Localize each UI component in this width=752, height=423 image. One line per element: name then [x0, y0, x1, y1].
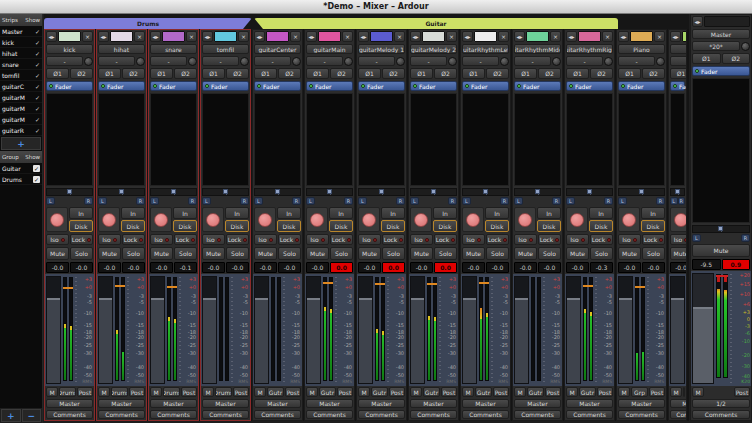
- peak-display[interactable]: -0.1: [174, 262, 197, 273]
- gain-display[interactable]: -0.0: [462, 262, 485, 273]
- group-button[interactable]: Drums: [59, 387, 76, 397]
- monitor-input-button[interactable]: In: [277, 207, 301, 219]
- hide-strip-button[interactable]: ×: [82, 31, 93, 42]
- group-tab-guitar[interactable]: Guitar: [254, 18, 618, 29]
- phase-invert-1-button[interactable]: Ø1: [46, 68, 69, 79]
- pan-left-button[interactable]: L: [46, 197, 55, 205]
- processor-box[interactable]: [514, 93, 561, 186]
- fader-processor-entry[interactable]: Fader: [670, 81, 685, 91]
- comments-button[interactable]: Comments: [306, 410, 353, 419]
- strip-show-check[interactable]: ✓: [35, 116, 40, 123]
- processor-box[interactable]: [692, 78, 750, 223]
- pan-handle[interactable]: [275, 189, 280, 194]
- pan-track[interactable]: [306, 188, 353, 196]
- strip-show-check[interactable]: ✓: [35, 94, 40, 101]
- track-color-chip[interactable]: [474, 31, 497, 42]
- processor-box[interactable]: [618, 93, 665, 186]
- pan-right-button[interactable]: R: [448, 197, 457, 205]
- mute-button[interactable]: Mute: [566, 247, 589, 260]
- solo-lock-button[interactable]: Lock: [538, 234, 561, 245]
- group-button[interactable]: Drums: [163, 387, 180, 397]
- monitor-disk-button[interactable]: Disk: [277, 220, 301, 232]
- meter-point-button[interactable]: Post: [545, 387, 561, 397]
- input-button[interactable]: -: [150, 56, 187, 66]
- comments-button[interactable]: Comments: [410, 410, 457, 419]
- monitor-input-button[interactable]: In: [121, 207, 145, 219]
- solo-lock-button[interactable]: Lock: [486, 234, 509, 245]
- strip-width-button[interactable]: ◂▸: [358, 31, 369, 42]
- processor-active-led[interactable]: [695, 69, 699, 73]
- strip-width-button[interactable]: ◂▸: [306, 31, 317, 42]
- record-enable-button[interactable]: [254, 207, 276, 232]
- monitor-disk-button[interactable]: Disk: [121, 220, 145, 232]
- gain-fader[interactable]: [618, 276, 633, 384]
- pan-left-button[interactable]: L: [514, 197, 523, 205]
- pan-left-button[interactable]: L: [410, 197, 419, 205]
- trim-knob[interactable]: [604, 57, 613, 66]
- solo-isolate-button[interactable]: Iso: [410, 234, 433, 245]
- add-strip-button[interactable]: +: [1, 137, 41, 150]
- sidebar-strip-row[interactable]: tomfil✓: [0, 70, 42, 81]
- track-color-chip[interactable]: [370, 31, 393, 42]
- pan-left-button[interactable]: L: [462, 197, 471, 205]
- output-button[interactable]: Master: [46, 399, 93, 408]
- meter-point-button[interactable]: Post: [77, 387, 93, 397]
- pan-left-button[interactable]: L: [98, 197, 107, 205]
- gain-fader[interactable]: [358, 276, 373, 384]
- master-input-button[interactable]: *20*: [692, 41, 740, 51]
- track-color-chip[interactable]: [162, 31, 185, 42]
- pan-left-button[interactable]: L: [692, 234, 701, 242]
- monitor-disk-button[interactable]: Disk: [589, 220, 613, 232]
- pan-right-button[interactable]: R: [552, 197, 561, 205]
- pan-right-button[interactable]: R: [136, 197, 145, 205]
- fader-handle[interactable]: [693, 307, 713, 309]
- master-mute-button[interactable]: Mute: [692, 244, 750, 257]
- metering-button[interactable]: M: [254, 387, 266, 397]
- monitor-input-button[interactable]: In: [381, 207, 405, 219]
- pan-left-button[interactable]: L: [670, 197, 678, 205]
- peak-display[interactable]: -0.0: [122, 262, 145, 273]
- mute-button[interactable]: Mute: [98, 247, 121, 260]
- peak-display[interactable]: 0.0: [382, 262, 405, 273]
- solo-lock-button[interactable]: Lock: [122, 234, 145, 245]
- input-button[interactable]: -: [462, 56, 499, 66]
- pan-right-button[interactable]: R: [396, 197, 405, 205]
- gain-display[interactable]: -0.0: [306, 262, 329, 273]
- sidebar-strip-row[interactable]: guitarM✓: [0, 103, 42, 114]
- fader-processor-entry[interactable]: Fader: [150, 81, 197, 91]
- input-button[interactable]: -: [670, 56, 687, 66]
- track-color-chip[interactable]: [318, 31, 341, 42]
- solo-lock-button[interactable]: Lock: [70, 234, 93, 245]
- peak-display[interactable]: -0.0: [538, 262, 561, 273]
- hide-strip-button[interactable]: ×: [654, 31, 665, 42]
- group-button[interactable]: Gutr: [475, 387, 492, 397]
- meter-point-button[interactable]: Post: [686, 387, 687, 397]
- comments-button[interactable]: Comments: [202, 410, 249, 419]
- monitor-input-button[interactable]: In: [589, 207, 613, 219]
- monitor-input-button[interactable]: In: [641, 207, 665, 219]
- group-button[interactable]: Gutr: [319, 387, 336, 397]
- track-color-chip[interactable]: [630, 31, 653, 42]
- track-name-button[interactable]: hihat: [98, 44, 145, 54]
- track-name-button[interactable]: guitarRhythmMiddle: [514, 44, 561, 54]
- fader-handle[interactable]: [151, 298, 164, 300]
- track-name-button[interactable]: snare: [150, 44, 197, 54]
- metering-button[interactable]: M: [692, 387, 704, 397]
- phase-invert-1-button[interactable]: Ø1: [692, 53, 721, 64]
- phase-invert-1-button[interactable]: Ø1: [618, 68, 641, 79]
- fader-processor-entry[interactable]: Fader: [358, 81, 405, 91]
- comments-button[interactable]: Comments: [462, 410, 509, 419]
- strip-show-check[interactable]: ✓: [35, 28, 40, 35]
- solo-isolate-button[interactable]: Iso: [306, 234, 329, 245]
- solo-lock-button[interactable]: Lock: [226, 234, 249, 245]
- processor-active-led[interactable]: [413, 84, 417, 88]
- strip-show-check[interactable]: ✓: [35, 72, 40, 79]
- pan-track[interactable]: [692, 225, 750, 233]
- gain-fader[interactable]: [670, 276, 685, 384]
- pan-track[interactable]: [410, 188, 457, 196]
- hide-strip-button[interactable]: ×: [602, 31, 613, 42]
- fader-processor-entry[interactable]: Fader: [98, 81, 145, 91]
- strip-width-button[interactable]: ◂▸: [202, 31, 213, 42]
- processor-box[interactable]: [306, 93, 353, 186]
- group-button[interactable]: Gutr: [423, 387, 440, 397]
